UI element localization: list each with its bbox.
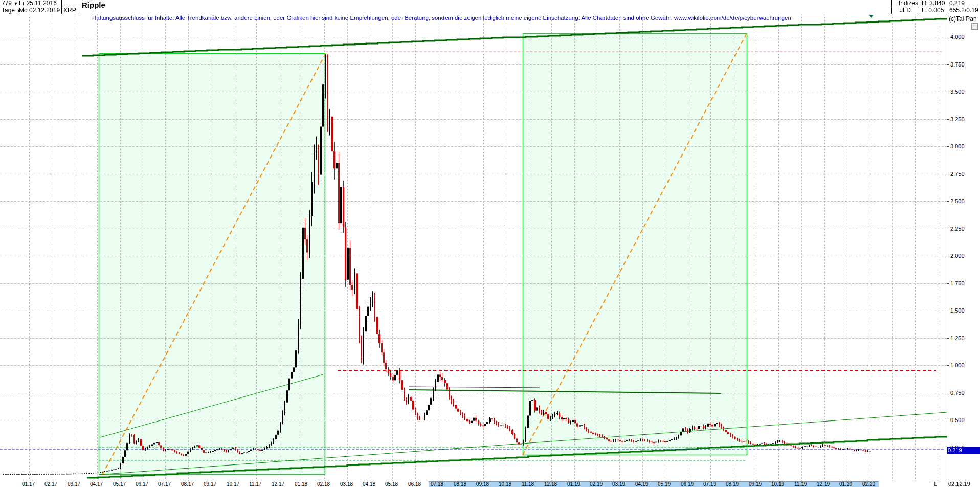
date-tick-label: 09.17 xyxy=(204,481,216,487)
price-tick xyxy=(947,420,949,420)
last-price-value: 0.219 xyxy=(949,0,965,7)
cursor-date-label: 02.12.19 xyxy=(948,481,970,487)
price-tick xyxy=(947,256,949,256)
price-tick xyxy=(947,146,949,147)
date-tick-label: 04.18 xyxy=(363,481,375,487)
date-tick-label: 12.17 xyxy=(272,481,284,487)
date-tick-label: 05.19 xyxy=(658,481,671,487)
minimize-icon[interactable]: − xyxy=(971,23,978,30)
date-tick-label: 09.18 xyxy=(476,481,489,487)
date-tick-label: 10.19 xyxy=(771,481,784,487)
date-tick-label: 11.17 xyxy=(249,481,261,487)
price-tick xyxy=(947,283,949,284)
price-chart-canvas[interactable] xyxy=(0,0,980,487)
date-tick-label: 01.17 xyxy=(22,481,35,487)
indizes-label: Indizes xyxy=(893,0,918,7)
header-divider xyxy=(0,7,78,7)
broker-label: JFD xyxy=(893,7,918,14)
date-axis-highlight xyxy=(429,481,879,487)
date-tick-label: 03.18 xyxy=(340,481,353,487)
volume-stat-value: 655.2/0.19 xyxy=(949,7,978,14)
date-tick-label: 06.19 xyxy=(681,481,694,487)
price-tick-label: 3.750 xyxy=(950,61,965,68)
l-indicator: L xyxy=(930,481,941,487)
price-tick-label: 1.250 xyxy=(950,335,965,341)
header-bar: 779 ▼ Tage ▼ Fr 25.11.2016 Mo 02.12.2019… xyxy=(0,0,980,14)
price-tick-label: 3.000 xyxy=(950,143,965,149)
date-tick-label: 05.18 xyxy=(385,481,398,487)
date-from-field[interactable]: Fr 25.11.2016 xyxy=(19,0,57,7)
date-tick-label: 01.18 xyxy=(295,481,307,487)
disclaimer-text: Haftungsausschluss für Inhalte: Alle Tre… xyxy=(92,15,791,21)
marker-triangle-icon xyxy=(868,15,874,18)
date-tick-label: 03.19 xyxy=(612,481,625,487)
date-tick-label: 02.20 xyxy=(862,481,875,487)
instrument-title: Ripple xyxy=(82,1,105,9)
price-tick-label: 2.750 xyxy=(950,171,965,177)
date-tick-label: 07.18 xyxy=(431,481,443,487)
price-tick xyxy=(947,365,949,366)
date-tick-label: 03.17 xyxy=(68,481,80,487)
date-tick-label: 02.19 xyxy=(590,481,603,487)
date-tick-label: 12.19 xyxy=(817,481,830,487)
date-axis: 01.1702.1703.1704.1705.1706.1707.1708.17… xyxy=(0,481,947,487)
date-tick-label: 02.17 xyxy=(44,481,57,487)
date-tick-label: 11.18 xyxy=(522,481,534,487)
price-tick xyxy=(947,64,949,65)
header-bottom-border xyxy=(0,14,980,14)
date-tick-label: 01.19 xyxy=(567,481,580,487)
price-tick xyxy=(947,174,949,174)
date-tick-label: 04.19 xyxy=(635,481,648,487)
price-tick-label: 3.250 xyxy=(950,116,965,122)
price-axis: 4.0003.7503.5003.2503.0002.7502.5002.250… xyxy=(947,14,980,481)
axis-border xyxy=(947,14,947,487)
period-unit-dropdown[interactable]: Tage ▼ xyxy=(2,7,21,14)
current-price-badge: 0.219 xyxy=(947,447,980,454)
price-tick-label: 1.750 xyxy=(950,280,965,286)
date-tick-label: 10.18 xyxy=(499,481,511,487)
date-tick-label: 07.17 xyxy=(158,481,171,487)
date-tick-label: 08.18 xyxy=(454,481,466,487)
price-tick xyxy=(947,311,949,311)
price-tick xyxy=(947,119,949,120)
date-tick-label: 05.17 xyxy=(113,481,126,487)
price-tick xyxy=(947,393,949,393)
date-tick-label: 02.18 xyxy=(317,481,330,487)
date-tick-label: 09.19 xyxy=(749,481,762,487)
price-tick xyxy=(947,229,949,229)
date-tick-label: 12.18 xyxy=(544,481,557,487)
price-tick-label: 2.500 xyxy=(950,198,965,204)
date-tick-label: 08.19 xyxy=(726,481,739,487)
price-tick-label: 1.500 xyxy=(950,307,965,314)
header-divider xyxy=(78,7,78,14)
price-tick-label: 0.500 xyxy=(950,417,965,423)
price-tick xyxy=(947,201,949,202)
period-count-dropdown[interactable]: 779 ▼ xyxy=(2,0,18,7)
price-tick-label: 3.500 xyxy=(950,88,965,95)
date-tick-label: 06.17 xyxy=(136,481,148,487)
price-tick xyxy=(947,338,949,339)
header-divider xyxy=(891,7,980,7)
copyright-label: (c)Tai-Pan xyxy=(949,15,977,23)
date-tick-label: 07.19 xyxy=(703,481,716,487)
price-tick-label: 0.750 xyxy=(950,390,965,396)
price-tick xyxy=(947,92,949,92)
symbol-label: XRP xyxy=(63,7,76,14)
taipan-chart-window: 779 ▼ Tage ▼ Fr 25.11.2016 Mo 02.12.2019… xyxy=(0,0,980,487)
date-to-field[interactable]: Mo 02.12.2019 xyxy=(19,7,60,14)
date-tick-label: 08.17 xyxy=(181,481,194,487)
date-tick-label: 11.19 xyxy=(794,481,807,487)
price-tick xyxy=(947,37,949,37)
period-low-value: L: 0.005 xyxy=(922,7,944,14)
period-high-value: H: 3.840 xyxy=(922,0,945,7)
price-tick-label: 2.250 xyxy=(950,226,965,232)
price-tick-label: 1.000 xyxy=(950,362,965,368)
price-tick-label: 4.000 xyxy=(950,34,965,40)
date-tick-label: 04.17 xyxy=(90,481,103,487)
price-tick-label: 2.000 xyxy=(950,253,965,259)
date-tick-label: 06.18 xyxy=(408,481,421,487)
date-tick-label: 10.17 xyxy=(227,481,239,487)
date-tick-label: 01.20 xyxy=(839,481,852,487)
